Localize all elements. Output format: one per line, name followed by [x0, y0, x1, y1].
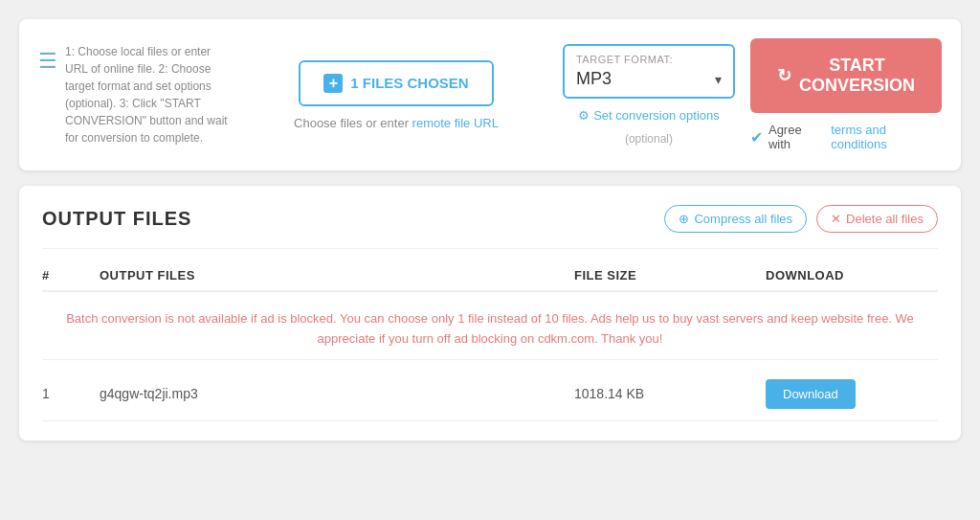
- remote-url-link[interactable]: remote file URL: [412, 116, 499, 130]
- row-num: 1: [42, 386, 100, 401]
- output-files-title: OUTPUT FILES: [42, 208, 191, 230]
- target-format-label: TARGET FORMAT:: [576, 54, 722, 65]
- terms-row: ✔ Agree with terms and conditions: [750, 123, 942, 151]
- instructions-section: ☰ 1: Choose local files or enter URL of …: [38, 43, 230, 147]
- refresh-icon: ↻: [777, 65, 791, 86]
- delete-label: Delete all files: [846, 212, 924, 226]
- main-container: ☰ 1: Choose local files or enter URL of …: [19, 19, 961, 441]
- output-header: OUTPUT FILES ⊕ Compress all files ✕ Dele…: [42, 205, 938, 233]
- conversion-options-link[interactable]: ⚙ Set conversion options: [578, 108, 720, 123]
- start-btn-label: START CONVERSION: [799, 56, 915, 96]
- row-filename: g4qgw-tq2ji.mp3: [100, 386, 574, 401]
- col-num: #: [42, 268, 100, 283]
- choose-files-label: 1 FILES CHOSEN: [350, 75, 468, 91]
- target-format-box[interactable]: TARGET FORMAT: MP3 ▾: [563, 44, 735, 99]
- row-filesize: 1018.14 KB: [574, 386, 766, 401]
- table-row: 1 g4qgw-tq2ji.mp3 1018.14 KB Download: [42, 368, 938, 421]
- compress-label: Compress all files: [694, 212, 792, 226]
- checkmark-icon: ✔: [750, 128, 763, 147]
- warning-message: Batch conversion is not available if ad …: [42, 300, 938, 360]
- start-section: ↻ START CONVERSION ✔ Agree with terms an…: [750, 38, 942, 151]
- format-section: TARGET FORMAT: MP3 ▾ ⚙ Set conversion op…: [563, 44, 735, 146]
- format-select-row: MP3 ▾: [576, 69, 722, 89]
- delete-all-button[interactable]: ✕ Delete all files: [816, 205, 938, 233]
- top-card: ☰ 1: Choose local files or enter URL of …: [19, 19, 961, 170]
- list-icon: ☰: [38, 45, 57, 77]
- gear-icon: ⚙: [578, 108, 590, 123]
- plus-icon: +: [323, 74, 343, 93]
- table-header: # OUTPUT FILES FILE SIZE DOWNLOAD: [42, 260, 938, 292]
- delete-icon: ✕: [831, 212, 841, 226]
- file-section: + 1 FILES CHOSEN Choose files or enter r…: [245, 60, 547, 130]
- optional-text: (optional): [625, 132, 673, 146]
- compress-all-button[interactable]: ⊕ Compress all files: [664, 205, 807, 233]
- terms-and-conditions-link[interactable]: terms and conditions: [831, 123, 942, 151]
- header-buttons: ⊕ Compress all files ✕ Delete all files: [664, 205, 938, 233]
- divider: [42, 248, 938, 249]
- conversion-options-label: Set conversion options: [593, 108, 720, 123]
- chevron-down-icon: ▾: [715, 72, 722, 87]
- col-output-files: OUTPUT FILES: [100, 268, 574, 283]
- col-download: DOWNLOAD: [766, 268, 938, 283]
- choose-files-button[interactable]: + 1 FILES CHOSEN: [299, 60, 493, 106]
- agree-prefix: Agree with: [768, 123, 825, 151]
- instructions-text: 1: Choose local files or enter URL of on…: [65, 43, 230, 147]
- compress-icon: ⊕: [679, 212, 689, 226]
- row-download-cell: Download: [766, 379, 938, 409]
- format-value: MP3: [576, 69, 612, 89]
- bottom-card: OUTPUT FILES ⊕ Compress all files ✕ Dele…: [19, 186, 961, 441]
- download-button[interactable]: Download: [766, 379, 856, 409]
- remote-url-text: Choose files or enter remote file URL: [294, 116, 499, 130]
- col-file-size: FILE SIZE: [574, 268, 766, 283]
- start-conversion-button[interactable]: ↻ START CONVERSION: [750, 38, 942, 113]
